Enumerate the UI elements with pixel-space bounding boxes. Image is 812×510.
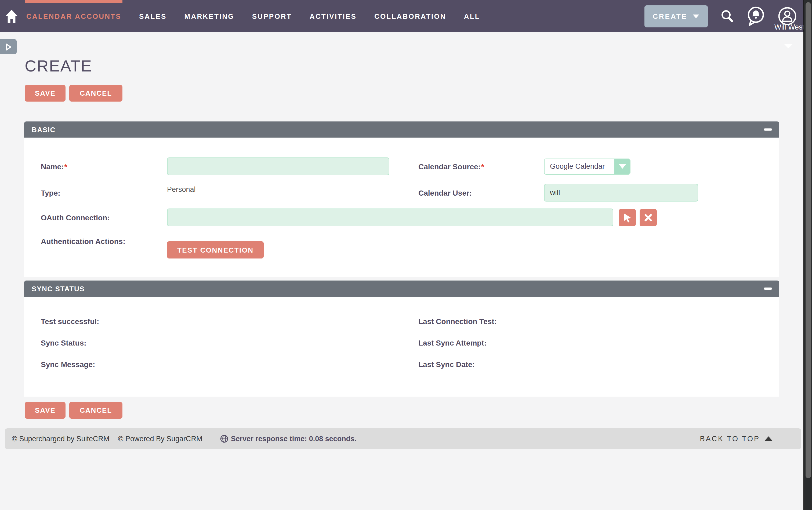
- last-sync-date-label: Last Sync Date:: [418, 359, 544, 370]
- nav-item-marketing[interactable]: MARKETING: [184, 0, 234, 32]
- sugarcrm-credit: © Powered By SugarCRM: [118, 435, 203, 443]
- page-title: CREATE: [25, 56, 812, 76]
- sync-row-3: Sync Message: Last Sync Date:: [41, 359, 779, 370]
- sync-status-panel-title: SYNC STATUS: [32, 285, 85, 293]
- user-name-label: Will West: [774, 23, 805, 31]
- navbar-right: CREATE: [644, 5, 812, 27]
- nav-item-support[interactable]: SUPPORT: [252, 0, 292, 32]
- notifications-icon[interactable]: [747, 6, 765, 26]
- name-input[interactable]: [167, 158, 389, 175]
- back-to-top-label: BACK TO TOP: [700, 435, 760, 443]
- nav-item-all[interactable]: ALL: [464, 0, 480, 32]
- calendar-source-value: Google Calendar: [545, 159, 614, 174]
- test-connection-button[interactable]: TEST CONNECTION: [167, 241, 264, 258]
- triangle-right-icon: [5, 43, 12, 51]
- test-successful-label: Test successful:: [41, 316, 167, 327]
- last-connection-test-label: Last Connection Test:: [418, 316, 544, 327]
- top-navbar: CALENDAR ACCOUNTS SALES MARKETING SUPPOR…: [0, 0, 812, 32]
- basic-panel-title: BASIC: [32, 125, 56, 134]
- globe-icon: [220, 435, 228, 443]
- create-dropdown-button[interactable]: CREATE: [644, 5, 708, 27]
- cursor-arrow-icon: [623, 213, 632, 222]
- form-row-name-source: Name:* Calendar Source:* Google Calendar: [41, 158, 779, 175]
- type-value: Personal: [167, 186, 196, 194]
- search-icon[interactable]: [720, 9, 734, 23]
- chevron-down-icon: [614, 159, 630, 174]
- oauth-clear-button[interactable]: [640, 209, 657, 226]
- required-asterisk: *: [481, 162, 484, 171]
- form-row-auth-actions: Authentication Actions: TEST CONNECTION: [41, 234, 779, 258]
- top-action-buttons: SAVE CANCEL: [25, 85, 812, 102]
- back-to-top-button[interactable]: BACK TO TOP: [700, 435, 773, 443]
- sync-row-2: Sync Status: Last Sync Attempt:: [41, 338, 779, 348]
- home-icon: [5, 9, 18, 23]
- user-menu[interactable]: Will West: [778, 6, 797, 26]
- oauth-connection-input[interactable]: [167, 208, 613, 226]
- page-footer: © Supercharged by SuiteCRM © Powered By …: [5, 428, 801, 449]
- save-button[interactable]: SAVE: [25, 85, 66, 102]
- collapse-minus-icon[interactable]: [764, 129, 772, 131]
- collapse-minus-icon[interactable]: [764, 287, 772, 290]
- server-response-text: Server response time: 0.08 seconds.: [231, 435, 357, 443]
- sync-status-panel: SYNC STATUS Test successful: Last Connec…: [24, 281, 779, 397]
- create-dropdown-label: CREATE: [653, 12, 687, 20]
- form-row-oauth: OAuth Connection:: [41, 208, 779, 226]
- home-button[interactable]: [5, 9, 18, 23]
- name-label: Name:*: [41, 161, 167, 172]
- sync-status-label: Sync Status:: [41, 338, 167, 348]
- bottom-action-buttons: SAVE CANCEL: [25, 402, 812, 419]
- basic-panel-body: Name:* Calendar Source:* Google Calendar…: [24, 138, 779, 277]
- basic-panel: BASIC Name:* Calendar Source:* Google Ca…: [24, 121, 779, 277]
- nav-item-activities[interactable]: ACTIVITIES: [310, 0, 357, 32]
- type-label: Type:: [41, 187, 167, 198]
- oauth-select-button[interactable]: [619, 209, 636, 226]
- sync-status-panel-body: Test successful: Last Connection Test: S…: [24, 296, 779, 397]
- authentication-actions-label: Authentication Actions:: [41, 236, 167, 247]
- calendar-source-label: Calendar Source:*: [418, 161, 544, 172]
- nav-item-calendar-accounts[interactable]: CALENDAR ACCOUNTS: [26, 0, 121, 32]
- cancel-button[interactable]: CANCEL: [69, 85, 122, 102]
- form-row-type-user: Type: Personal Calendar User:: [41, 184, 779, 201]
- calendar-user-input[interactable]: [544, 184, 698, 201]
- sync-message-label: Sync Message:: [41, 359, 167, 370]
- save-button-bottom[interactable]: SAVE: [25, 402, 66, 419]
- scrollbar-thumb[interactable]: [806, 2, 811, 478]
- nav-item-sales[interactable]: SALES: [139, 0, 167, 32]
- chevron-down-icon: [693, 14, 699, 18]
- nav-item-collaboration[interactable]: COLLABORATION: [374, 0, 446, 32]
- sidebar-toggle-button[interactable]: [0, 39, 17, 54]
- main-menu: CALENDAR ACCOUNTS SALES MARKETING SUPPOR…: [26, 0, 480, 32]
- calendar-source-select[interactable]: Google Calendar: [544, 158, 630, 174]
- close-icon: [644, 214, 652, 221]
- suitecrm-credit: © Supercharged by SuiteCRM: [12, 435, 110, 443]
- vertical-scrollbar[interactable]: [804, 0, 812, 510]
- sync-status-panel-header[interactable]: SYNC STATUS: [24, 281, 779, 296]
- cancel-button-bottom[interactable]: CANCEL: [69, 402, 122, 419]
- triangle-up-icon: [764, 436, 773, 441]
- main-content: CREATE SAVE CANCEL BASIC Name:*: [0, 56, 812, 419]
- last-sync-attempt-label: Last Sync Attempt:: [418, 338, 544, 348]
- calendar-user-label: Calendar User:: [418, 187, 544, 198]
- app-viewport: CALENDAR ACCOUNTS SALES MARKETING SUPPOR…: [0, 0, 812, 510]
- required-asterisk: *: [64, 162, 67, 171]
- oauth-connection-label: OAuth Connection:: [41, 212, 167, 223]
- collapse-caret-icon[interactable]: [784, 44, 793, 48]
- basic-panel-header[interactable]: BASIC: [24, 121, 779, 138]
- sync-row-1: Test successful: Last Connection Test:: [41, 316, 779, 327]
